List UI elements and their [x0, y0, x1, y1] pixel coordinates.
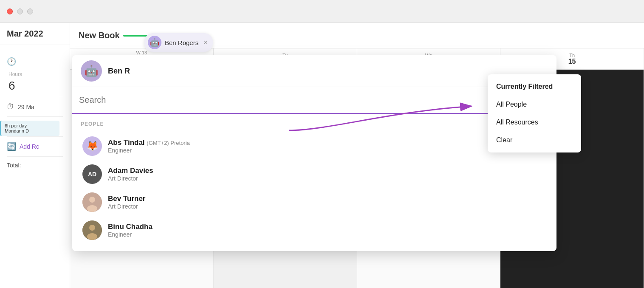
person-info-1: Adam Davies Art Director [108, 167, 546, 182]
maximize-button[interactable] [27, 8, 33, 14]
hours-value: 6 [8, 79, 63, 93]
svg-point-9 [89, 225, 95, 231]
person-name-2: Bev Turner [108, 195, 546, 203]
week-label-0: W 13 [136, 50, 147, 55]
calendar-month: Mar 2022 [7, 29, 63, 39]
total-label: Total: [7, 162, 21, 169]
svg-point-7 [87, 205, 97, 212]
person-row-3[interactable]: Binu Chadha Engineer [81, 216, 548, 244]
dropdown-item-2[interactable]: All Resources [488, 113, 581, 131]
panel-title: New Book [79, 31, 120, 40]
search-panel: 🤖 Ben R PEOPLE 🦊 Abs Tin [72, 55, 556, 251]
dropdown-item-1[interactable]: All People [488, 96, 581, 113]
person-role-2: Art Director [108, 203, 546, 210]
calendar-sidebar: Mar 2022 🕐 Hours 6 ⏱ 29 Ma 📅 29 Ma 🔄 Add… [0, 23, 70, 288]
people-section: PEOPLE 🦊 Abs Tindal (GMT+2) Pretoria Eng… [72, 114, 556, 251]
close-button[interactable] [7, 8, 13, 14]
person-name-0: Abs Tindal (GMT+2) Pretoria [108, 138, 546, 147]
person-info-0: Abs Tindal (GMT+2) Pretoria Engineer [108, 138, 546, 154]
person-role-0: Engineer [108, 147, 546, 154]
search-header [72, 87, 556, 114]
section-label: PEOPLE [81, 121, 548, 127]
person-info-3: Binu Chadha Engineer [108, 223, 546, 238]
person-role-3: Engineer [108, 231, 546, 238]
clock-icon: 🕐 [7, 57, 16, 66]
person-info-2: Bev Turner Art Director [108, 195, 546, 210]
person-avatar-3 [82, 220, 102, 240]
event-line2: Mandarin D [5, 128, 56, 133]
person-avatar-1: AD [82, 164, 102, 184]
search-input[interactable] [79, 95, 515, 105]
person-row-1[interactable]: AD Adam Davies Art Director [81, 160, 548, 188]
chip-avatar: 🤖 [148, 36, 161, 49]
window-bar [0, 0, 644, 23]
person-row-2[interactable]: Bev Turner Art Director [81, 188, 548, 216]
add-recurrence-link[interactable]: Add Rc [20, 143, 39, 150]
chip-name: Ben Rogers [165, 39, 198, 46]
person-row-0[interactable]: 🦊 Abs Tindal (GMT+2) Pretoria Engineer [81, 132, 548, 160]
duration-icon: ⏱ [7, 102, 14, 111]
dropdown-item-0[interactable]: Currently Filtered [488, 78, 581, 96]
event-block: 6h per day Mandarin D [0, 121, 59, 136]
svg-point-10 [87, 233, 97, 240]
ben-avatar-emoji: 🤖 [85, 65, 98, 78]
duration-value: 29 Ma [18, 104, 34, 110]
person-role-1: Art Director [108, 175, 546, 182]
recurrence-icon: 🔄 [7, 142, 16, 151]
minimize-button[interactable] [17, 8, 23, 14]
person-avatar-2 [82, 192, 102, 212]
ben-row: 🤖 Ben R [72, 55, 556, 87]
dropdown-menu: Currently Filtered All People All Resour… [488, 74, 581, 152]
ben-avatar: 🤖 [81, 60, 102, 82]
person-chip[interactable]: 🤖 Ben Rogers × [144, 33, 213, 52]
event-line1: 6h per day [5, 123, 56, 128]
ben-name: Ben R [108, 67, 130, 76]
person-name-1: Adam Davies [108, 167, 546, 175]
svg-point-6 [89, 197, 95, 203]
hours-label: Hours [8, 71, 63, 77]
dropdown-item-3[interactable]: Clear [488, 131, 581, 149]
day-label-3: Th [569, 53, 575, 58]
person-avatar-0: 🦊 [82, 136, 102, 156]
chip-close-button[interactable]: × [203, 39, 207, 46]
chip-avatar-emoji: 🤖 [150, 38, 159, 47]
day-num-3: 15 [568, 58, 576, 65]
person-name-3: Binu Chadha [108, 223, 546, 231]
person-timezone-0: (GMT+2) Pretoria [147, 140, 190, 146]
